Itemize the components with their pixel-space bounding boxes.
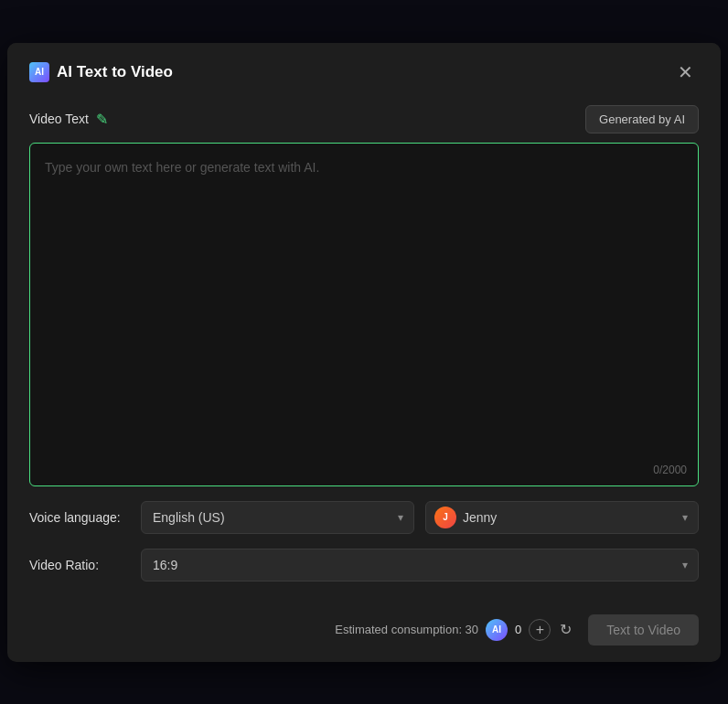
add-credits-button[interactable]: + bbox=[529, 619, 551, 641]
close-button[interactable]: ✕ bbox=[672, 59, 699, 85]
video-text-area-wrapper: 0/2000 bbox=[29, 143, 699, 486]
video-ratio-select[interactable]: 16:9 9:16 1:1 4:3 bbox=[141, 549, 699, 581]
text-to-video-button[interactable]: Text to Video bbox=[588, 614, 699, 645]
modal-title: AI AI Text to Video bbox=[29, 62, 173, 82]
video-text-input[interactable] bbox=[30, 144, 698, 482]
voice-language-select-wrapper: English (US) English (UK) Spanish French… bbox=[141, 501, 414, 534]
ai-icon-badge: AI bbox=[29, 62, 49, 82]
modal-body: Video Text ✎ Generated by AI 0/2000 Voic… bbox=[7, 98, 721, 600]
video-ratio-select-wrapper: 16:9 9:16 1:1 4:3 ▾ bbox=[141, 549, 699, 581]
modal-overlay: AI AI Text to Video ✕ Video Text ✎ Gener… bbox=[0, 0, 728, 704]
modal-footer: Estimated consumption: 30 AI 0 + ↻ Text … bbox=[7, 600, 721, 662]
consumption-info: Estimated consumption: 30 AI 0 + ↻ bbox=[335, 619, 573, 641]
edit-icon[interactable]: ✎ bbox=[96, 111, 108, 128]
voice-language-select[interactable]: English (US) English (UK) Spanish French… bbox=[141, 501, 414, 534]
credit-count: 0 bbox=[515, 623, 521, 636]
voice-select-wrapper: J Jenny Aria Davis Tony Sara ▾ bbox=[425, 501, 699, 534]
ai-text-to-video-modal: AI AI Text to Video ✕ Video Text ✎ Gener… bbox=[7, 43, 721, 662]
video-text-label-text: Video Text bbox=[29, 112, 89, 126]
refresh-button[interactable]: ↻ bbox=[558, 619, 573, 640]
generated-by-ai-button[interactable]: Generated by AI bbox=[585, 105, 699, 133]
video-ratio-label: Video Ratio: bbox=[29, 558, 130, 572]
modal-title-text: AI Text to Video bbox=[57, 63, 173, 81]
voice-select[interactable]: Jenny Aria Davis Tony Sara bbox=[425, 501, 699, 534]
char-count: 0/2000 bbox=[653, 464, 687, 476]
modal-header: AI AI Text to Video ✕ bbox=[7, 43, 721, 98]
consumption-text: Estimated consumption: 30 bbox=[335, 623, 478, 636]
video-text-label: Video Text ✎ bbox=[29, 111, 108, 128]
ai-credit-badge-icon: AI bbox=[486, 619, 508, 641]
voice-language-label: Voice language: bbox=[29, 510, 130, 525]
video-ratio-row: Video Ratio: 16:9 9:16 1:1 4:3 ▾ bbox=[29, 549, 699, 581]
voice-avatar: J bbox=[434, 507, 456, 528]
video-text-section-header: Video Text ✎ Generated by AI bbox=[29, 105, 699, 133]
voice-language-row: Voice language: English (US) English (UK… bbox=[29, 501, 699, 534]
